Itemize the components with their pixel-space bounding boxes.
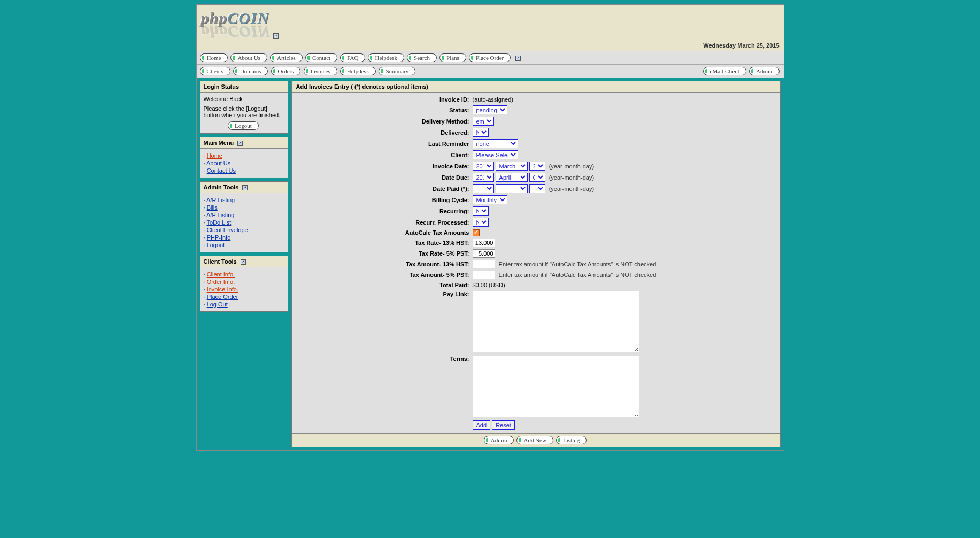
pay-link-textarea[interactable] — [473, 291, 639, 352]
nav-admin[interactable]: Admin — [749, 67, 780, 75]
admin-tools-title: Admin Tools — [204, 184, 239, 190]
nav-plans[interactable]: Plans — [439, 53, 466, 62]
last-reminder-label: Last Reminder — [296, 141, 473, 147]
date-paid-label: Date Paid (*): — [296, 186, 473, 192]
invoice-date-day[interactable]: 25 — [529, 162, 545, 171]
tax-amt1-input[interactable] — [473, 260, 495, 268]
recurring-label: Recurring: — [296, 208, 473, 214]
delivered-select[interactable]: No — [473, 128, 489, 137]
admin-ap-listing[interactable]: A/P Listing — [206, 212, 234, 218]
delivery-method-select[interactable]: email — [473, 117, 494, 126]
nav-domains[interactable]: Domains — [233, 67, 268, 75]
status-label: Status: — [296, 107, 473, 113]
menu-about-us[interactable]: About Us — [206, 160, 230, 166]
footer-add-new-button[interactable]: Add New — [516, 436, 553, 444]
expand-icon[interactable]: ↗ — [515, 56, 521, 61]
reset-button[interactable]: Reset — [492, 420, 515, 430]
tax-amt2-input[interactable] — [473, 271, 495, 279]
page-title: Add Invoices Entry ( (*) denotes optiona… — [292, 81, 780, 93]
nav-primary: Home About Us Articles Contact FAQ Helpd… — [197, 51, 784, 64]
delivered-label: Delivered: — [296, 129, 473, 136]
menu-home[interactable]: Home — [207, 152, 222, 159]
nav-about-us[interactable]: About Us — [230, 53, 267, 62]
main-menu-title: Main Menu — [204, 140, 234, 146]
logout-button[interactable]: Logout — [228, 121, 259, 130]
welcome-text: Welcome Back — [204, 96, 284, 102]
admin-client-envelope[interactable]: Client Envelope — [207, 227, 248, 233]
date-due-year[interactable]: 2015 — [473, 173, 494, 182]
expand-icon[interactable]: ↗ — [273, 33, 279, 39]
footer-buttons: Admin Add New Listing — [292, 433, 780, 447]
admin-bills[interactable]: Bills — [207, 204, 218, 211]
tax-rate2-label: Tax Rate- 5% PST: — [296, 250, 473, 257]
terms-textarea[interactable] — [473, 356, 639, 417]
recurr-processed-select[interactable]: No — [473, 218, 489, 227]
nav-invoices[interactable]: Invoices — [304, 67, 337, 75]
tax-rate1-label: Tax Rate- 13% HST: — [296, 240, 473, 246]
total-paid-label: Total Paid: — [296, 282, 473, 288]
admin-ar-listing[interactable]: A/R Listing — [206, 197, 235, 203]
autocalc-checkbox[interactable] — [473, 229, 480, 236]
tax-amt1-label: Tax Amount- 13% HST: — [296, 261, 473, 267]
ymd-hint: (year-month-day) — [549, 174, 594, 181]
nav-secondary: Clients Domains Orders Invoices Helpdesk… — [197, 64, 784, 78]
nav-clients[interactable]: Clients — [200, 67, 230, 75]
date-paid-day[interactable] — [529, 184, 545, 193]
autocalc-label: AutoCalc Tax Amounts — [296, 229, 473, 236]
footer-admin-button[interactable]: Admin — [484, 436, 514, 444]
tax-amt-hint: Enter tax amount if "AutoCalc Tax Amount… — [499, 272, 657, 278]
date-due-month[interactable]: April — [496, 173, 528, 182]
footer-listing-button[interactable]: Listing — [556, 436, 587, 444]
add-button[interactable]: Add — [473, 420, 491, 430]
client-place-order[interactable]: Place Order — [207, 294, 238, 300]
total-paid-value: $0.00 (USD) — [473, 282, 776, 288]
expand-icon[interactable]: ↗ — [241, 259, 246, 265]
date-paid-month[interactable] — [496, 184, 528, 193]
billing-cycle-select[interactable]: Monthly — [473, 195, 507, 204]
client-info[interactable]: Client Info. — [207, 271, 235, 278]
nav-helpdesk-admin[interactable]: Helpdesk — [340, 67, 376, 75]
date-due-label: Date Due: — [296, 174, 473, 181]
invoice-info[interactable]: Invoice Info. — [207, 286, 238, 293]
tax-amt2-label: Tax Amount- 5% PST: — [296, 272, 473, 278]
admin-todo-list[interactable]: ToDo List — [206, 219, 231, 226]
nav-search[interactable]: Search — [407, 53, 437, 62]
nav-home[interactable]: Home — [200, 53, 228, 62]
invoice-date-month[interactable]: March — [496, 162, 528, 171]
nav-contact[interactable]: Contact — [305, 53, 337, 62]
client-log-out[interactable]: Log Out — [207, 301, 228, 308]
recurring-select[interactable]: No — [473, 206, 489, 216]
ymd-hint: (year-month-day) — [549, 163, 594, 170]
main-menu-box: Main Menu ↗ Home About Us Contact Us — [200, 137, 288, 178]
nav-place-order[interactable]: Place Order — [469, 53, 511, 62]
invoice-date-label: Invoice Date: — [296, 163, 473, 170]
tax-amt-hint: Enter tax amount if "AutoCalc Tax Amount… — [499, 261, 657, 267]
ymd-hint: (year-month-day) — [549, 186, 594, 192]
client-tools-title: Client Tools — [204, 258, 237, 265]
last-reminder-select[interactable]: none — [473, 139, 518, 148]
status-select[interactable]: pending — [473, 105, 507, 114]
tax-rate2-input[interactable] — [473, 249, 495, 258]
nav-articles[interactable]: Articles — [270, 53, 303, 62]
login-status-box: Login Status Welcome Back Please click t… — [200, 81, 288, 134]
client-tools-box: Client Tools ↗ Client Info. Order Info. … — [200, 256, 288, 312]
nav-helpdesk[interactable]: Helpdesk — [368, 53, 404, 62]
invoice-date-year[interactable]: 2015 — [473, 162, 494, 171]
nav-faq[interactable]: FAQ — [340, 53, 365, 62]
date-due-day[interactable]: 04 — [529, 173, 545, 182]
client-select[interactable]: Please Select — [473, 150, 518, 159]
nav-summary[interactable]: Summary — [379, 67, 415, 75]
tax-rate1-input[interactable] — [473, 239, 495, 247]
admin-php-info[interactable]: PHP-Info — [207, 234, 231, 241]
client-label: Client: — [296, 152, 473, 158]
login-status-title: Login Status — [200, 81, 288, 93]
date-paid-year[interactable] — [473, 184, 494, 193]
expand-icon[interactable]: ↗ — [242, 185, 248, 190]
admin-logout[interactable]: Logout — [207, 242, 225, 248]
order-info[interactable]: Order Info. — [207, 279, 235, 285]
nav-email-client[interactable]: eMail Client — [703, 67, 746, 75]
nav-orders[interactable]: Orders — [271, 67, 301, 75]
expand-icon[interactable]: ↗ — [237, 141, 243, 146]
menu-contact-us[interactable]: Contact Us — [207, 167, 236, 174]
logo: phpCOIN phpCOIN — [201, 9, 270, 41]
